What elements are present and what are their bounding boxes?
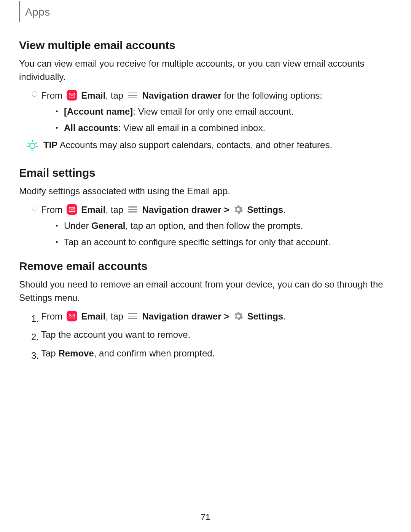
email-label: Email — [81, 311, 105, 321]
step-number: 3. — [28, 347, 41, 363]
section-intro: You can view email you receive for multi… — [19, 57, 392, 84]
email-label: Email — [81, 204, 105, 215]
text: . — [283, 204, 286, 215]
text: From — [41, 204, 65, 215]
instruction-step: 3. Tap Remove, and confirm when prompted… — [19, 347, 392, 363]
text: , tap — [105, 90, 126, 101]
dotted-circle-icon — [32, 206, 37, 211]
breadcrumb-sep: > — [221, 204, 231, 215]
email-icon — [67, 311, 77, 321]
text: . — [283, 311, 286, 321]
section-heading: View multiple email accounts — [19, 39, 392, 52]
breadcrumb-sep: > — [221, 311, 231, 321]
step-number: 1. — [28, 310, 41, 326]
tip-text: Accounts may also support calendars, con… — [57, 140, 332, 150]
sub-content: All accounts: View all email in a combin… — [64, 121, 392, 135]
navigation-drawer-icon — [128, 91, 137, 99]
text: , tap — [105, 204, 126, 215]
step-content: From Email, tap Navigation drawer for th… — [41, 89, 392, 102]
settings-label: Settings — [247, 311, 284, 321]
dotted-circle-icon — [32, 91, 37, 97]
settings-label: Settings — [247, 204, 284, 215]
svg-point-1 — [30, 143, 35, 149]
text: , and confirm when prompted. — [94, 348, 215, 358]
tip-label: TIP — [43, 140, 57, 150]
step-number: 2. — [28, 328, 41, 344]
tip-content: TIP Accounts may also support calendars,… — [43, 139, 392, 152]
text: , tap — [105, 311, 126, 321]
text: Under — [64, 220, 91, 231]
text: Tap — [41, 348, 58, 358]
section-view-multiple: View multiple email accounts You can vie… — [19, 39, 392, 156]
gear-icon — [233, 204, 243, 214]
bullet-marker — [28, 203, 41, 211]
section-email-settings: Email settings Modify settings associate… — [19, 166, 392, 249]
nav-label: Navigation drawer — [142, 90, 221, 101]
text: Tap an account to configure specific set… — [64, 237, 330, 247]
tip-callout: TIP Accounts may also support calendars,… — [19, 139, 392, 156]
navigation-drawer-icon — [128, 206, 137, 213]
instruction-step: From Email, tap Navigation drawer > Sett… — [19, 203, 392, 217]
label: Remove — [58, 348, 94, 358]
sub-content: Under General, tap an option, and then f… — [64, 219, 392, 233]
lightbulb-icon — [26, 139, 40, 156]
email-label: Email — [81, 90, 105, 101]
sub-content: Tap an account to configure specific set… — [64, 236, 392, 249]
page-header: Apps — [19, 4, 392, 22]
instruction-step: 2. Tap the account you want to remove. — [19, 328, 392, 344]
text: , tap an option, and then follow the pro… — [125, 220, 303, 231]
sub-bullet: • Tap an account to configure specific s… — [19, 236, 392, 249]
step-content: From Email, tap Navigation drawer > Sett… — [41, 310, 392, 323]
email-icon — [67, 204, 77, 215]
bullet-dot-icon: • — [56, 105, 64, 117]
section-heading: Email settings — [19, 166, 392, 179]
text: for the following options: — [221, 90, 322, 101]
sub-bullet: • [Account name]: View email for only on… — [19, 105, 392, 118]
email-icon — [67, 90, 77, 101]
text: Tap the account you want to remove. — [41, 329, 190, 340]
page: Apps View multiple email accounts You ca… — [0, 0, 411, 532]
label: All accounts — [64, 123, 118, 133]
text: : View all email in a combined inbox. — [118, 123, 265, 133]
bullet-dot-icon: • — [56, 236, 64, 247]
sub-bullet: • All accounts: View all email in a comb… — [19, 121, 392, 135]
header-divider — [19, 1, 20, 22]
header-title: Apps — [25, 4, 50, 22]
nav-label: Navigation drawer — [142, 311, 221, 321]
step-content: From Email, tap Navigation drawer > Sett… — [41, 203, 392, 217]
navigation-drawer-icon — [128, 312, 137, 320]
instruction-step: From Email, tap Navigation drawer for th… — [19, 89, 392, 102]
nav-label: Navigation drawer — [142, 204, 221, 215]
text: From — [41, 90, 65, 101]
step-content: Tap Remove, and confirm when prompted. — [41, 347, 392, 360]
section-remove-accounts: Remove email accounts Should you need to… — [19, 260, 392, 363]
section-intro: Should you need to remove an email accou… — [19, 278, 392, 305]
text: From — [41, 311, 65, 321]
text: : View email for only one email account. — [133, 106, 293, 117]
page-number: 71 — [0, 512, 411, 522]
bullet-marker — [28, 89, 41, 97]
bullet-dot-icon: • — [56, 219, 64, 231]
svg-rect-2 — [69, 208, 75, 212]
instruction-step: 1. From Email, tap Navigation drawer > S… — [19, 310, 392, 326]
section-heading: Remove email accounts — [19, 260, 392, 273]
svg-rect-3 — [69, 314, 75, 318]
bullet-dot-icon: • — [56, 121, 64, 133]
step-content: Tap the account you want to remove. — [41, 328, 392, 342]
label: General — [91, 220, 125, 231]
gear-icon — [233, 311, 243, 321]
sub-content: [Account name]: View email for only one … — [64, 105, 392, 118]
sub-bullet: • Under General, tap an option, and then… — [19, 219, 392, 233]
section-intro: Modify settings associated with using th… — [19, 185, 392, 198]
label: [Account name] — [64, 106, 133, 117]
svg-rect-0 — [69, 93, 75, 97]
